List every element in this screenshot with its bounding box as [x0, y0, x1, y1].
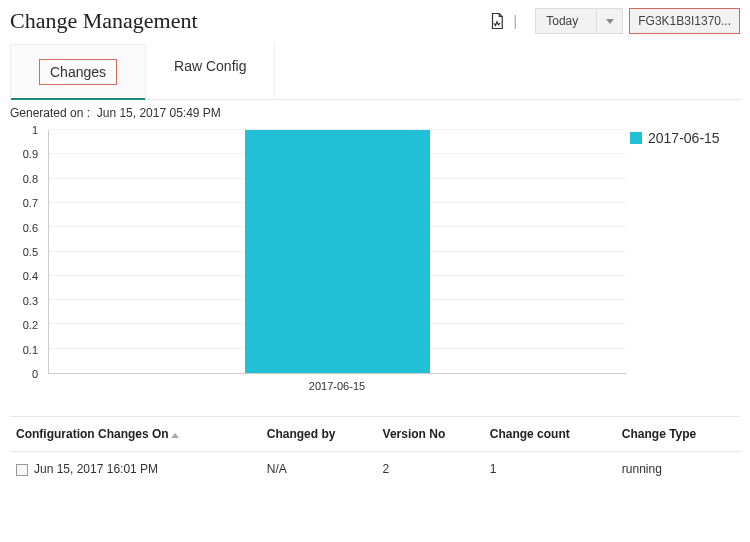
y-tick-label: 0.5 — [23, 246, 38, 258]
y-tick-label: 0.2 — [23, 319, 38, 331]
col-changed-by[interactable]: Changed by — [261, 417, 377, 452]
y-tick-label: 0.3 — [23, 295, 38, 307]
y-tick-label: 0.4 — [23, 270, 38, 282]
y-tick-label: 0.8 — [23, 173, 38, 185]
date-range-dropdown[interactable]: Today — [535, 8, 623, 34]
col-config-changes-on[interactable]: Configuration Changes On — [10, 417, 261, 452]
col-change-type[interactable]: Change Type — [616, 417, 740, 452]
x-tick-label: 2017-06-15 — [309, 380, 365, 392]
chevron-down-icon — [596, 9, 622, 33]
y-tick-label: 0.1 — [23, 344, 38, 356]
y-tick-label: 0.7 — [23, 197, 38, 209]
tab-changes[interactable]: Changes — [10, 44, 146, 99]
document-icon — [16, 464, 28, 476]
col-version-no[interactable]: Version No — [377, 417, 484, 452]
cell-changed-by: N/A — [261, 452, 377, 487]
date-range-label: Today — [536, 14, 596, 28]
tab-bar: Changes Raw Config — [10, 44, 740, 100]
tab-raw-config[interactable]: Raw Config — [146, 44, 275, 99]
page-title: Change Management — [10, 8, 198, 34]
legend-swatch-icon — [630, 132, 642, 144]
changes-table: Configuration Changes On Changed by Vers… — [10, 416, 740, 486]
y-tick-label: 1 — [32, 124, 38, 136]
cell-version-no: 2 — [377, 452, 484, 487]
tab-label: Raw Config — [174, 58, 246, 74]
col-change-count[interactable]: Change count — [484, 417, 616, 452]
bar-chart: 00.10.20.30.40.50.60.70.80.91 2017-06-15 — [10, 126, 630, 396]
y-tick-label: 0.6 — [23, 222, 38, 234]
y-tick-label: 0 — [32, 368, 38, 380]
device-id-box[interactable]: FG3K1B3I1370... — [629, 8, 740, 34]
legend-label: 2017-06-15 — [648, 130, 720, 146]
cell-change-count: 1 — [484, 452, 616, 487]
chart-bar[interactable] — [245, 130, 430, 373]
chart-legend: 2017-06-15 — [630, 126, 740, 396]
y-tick-label: 0.9 — [23, 148, 38, 160]
divider: | — [514, 13, 518, 29]
cell-changed-on: Jun 15, 2017 16:01 PM — [34, 462, 158, 476]
tab-label: Changes — [39, 59, 117, 85]
generated-timestamp: Generated on : Jun 15, 2017 05:49 PM — [0, 100, 750, 122]
cell-change-type: running — [616, 452, 740, 487]
pdf-export-icon[interactable] — [486, 10, 508, 32]
table-row[interactable]: Jun 15, 2017 16:01 PMN/A21running — [10, 452, 740, 487]
legend-item: 2017-06-15 — [630, 130, 734, 146]
sort-asc-icon — [171, 433, 179, 438]
